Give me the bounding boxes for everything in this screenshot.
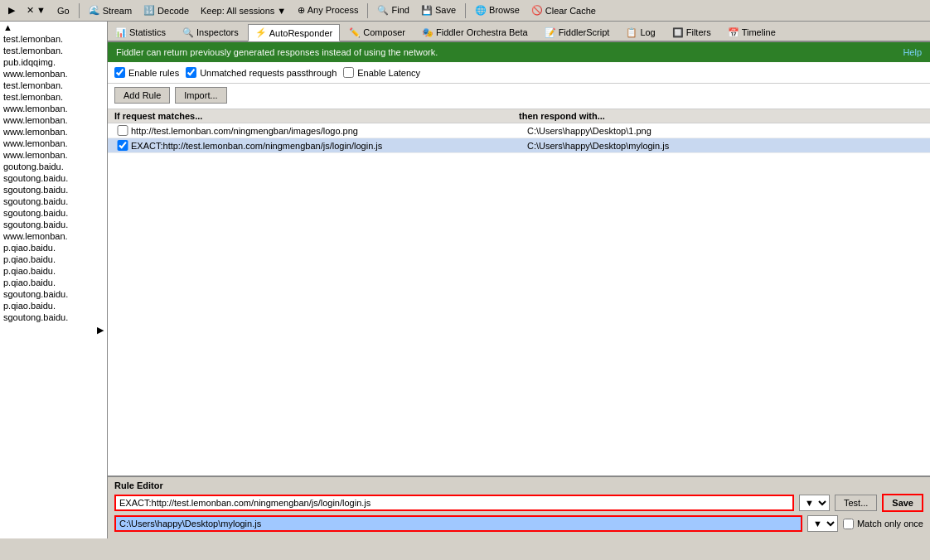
clear-cache-button[interactable]: 🚫 Clear Cache (526, 2, 601, 18)
scroll-up-icon[interactable]: ▲ (0, 22, 16, 33)
composer-icon: ✏️ (349, 27, 361, 38)
list-item[interactable]: sgoutong.baidu. (0, 219, 107, 230)
browse-button[interactable]: 🌐 Browse (470, 2, 525, 18)
list-item[interactable]: sgoutong.baidu. (0, 288, 107, 300)
list-item[interactable]: www.lemonban. (0, 103, 107, 114)
mark-button[interactable]: ✕ ▼ (22, 2, 51, 18)
rule-response-input[interactable] (114, 515, 802, 532)
tab-composer-label: Composer (363, 27, 405, 37)
list-item[interactable]: goutong.baidu. (0, 161, 107, 172)
enable-rules-checkbox[interactable] (114, 67, 125, 78)
log-icon: 📋 (626, 27, 637, 38)
rule-url-input[interactable] (114, 495, 794, 511)
clear-cache-icon: 🚫 (531, 5, 543, 16)
list-item[interactable]: www.lemonban. (0, 68, 107, 80)
table-row[interactable]: http://test.lemonban.com/ningmengban/ima… (108, 123, 930, 138)
rule-editor: Rule Editor ▼ Test... Save ▼ (108, 476, 930, 538)
enable-rules-label[interactable]: Enable rules (114, 67, 179, 78)
enable-rules-text: Enable rules (128, 68, 179, 78)
tab-bar: 📊 Statistics 🔍 Inspectors ⚡ AutoResponde… (108, 22, 930, 42)
unmatched-passthrough-text: Unmatched requests passthrough (200, 68, 337, 78)
fiddlerscript-icon: 📝 (545, 27, 556, 38)
list-item[interactable]: p.qiao.baidu. (0, 242, 107, 253)
info-bar: Fiddler can return previously generated … (108, 42, 930, 62)
timeline-icon: 📅 (728, 27, 739, 38)
list-item[interactable]: sgoutong.baidu. (0, 207, 107, 219)
rule-2-response: C:\Users\happy\Desktop\mylogin.js (527, 141, 923, 151)
table-row[interactable]: EXACT:http://test.lemonban.com/ningmengb… (108, 138, 930, 153)
inspectors-icon: 🔍 (182, 27, 194, 38)
list-item[interactable]: www.lemonban. (0, 126, 107, 138)
tab-inspectors-label: Inspectors (196, 27, 239, 37)
tab-filters[interactable]: 🔲 Filters (665, 23, 719, 41)
rules-header: If request matches... then respond with.… (108, 109, 930, 123)
rule-editor-response-row: ▼ Match only once (114, 515, 923, 532)
list-item[interactable]: www.lemonban. (0, 149, 107, 161)
keep-button[interactable]: Keep: All sessions ▼ (196, 3, 291, 18)
tab-statistics-label: Statistics (129, 27, 166, 37)
scroll-right-area: ▶ (0, 323, 107, 337)
list-item[interactable]: test.lemonban. (0, 45, 107, 56)
decode-button[interactable]: 🔢 Decode (138, 2, 194, 18)
list-item[interactable]: test.lemonban. (0, 33, 107, 45)
tab-timeline[interactable]: 📅 Timeline (720, 23, 783, 41)
left-panel-scroll-controls: ▲ (0, 22, 107, 33)
match-only-once-checkbox[interactable] (843, 519, 854, 529)
unmatched-passthrough-label[interactable]: Unmatched requests passthrough (186, 67, 337, 78)
enable-latency-label[interactable]: Enable Latency (343, 67, 420, 78)
list-item[interactable]: p.qiao.baidu. (0, 265, 107, 277)
toolbar: ▶ ✕ ▼ Go 🌊 Stream 🔢 Decode Keep: All ses… (0, 0, 930, 22)
tab-fiddler-orchestra[interactable]: 🎭 Fiddler Orchestra Beta (414, 23, 535, 41)
scroll-right-icon[interactable]: ▶ (97, 325, 104, 336)
tab-fiddlerscript[interactable]: 📝 FiddlerScript (537, 23, 618, 41)
stream-button[interactable]: 🌊 Stream (84, 2, 137, 18)
enable-latency-checkbox[interactable] (343, 67, 354, 78)
list-item[interactable]: pub.idqqimg. (0, 56, 107, 68)
list-item[interactable]: www.lemonban. (0, 138, 107, 149)
rule-1-checkbox[interactable] (114, 125, 131, 136)
unmatched-passthrough-checkbox[interactable] (186, 67, 196, 78)
info-message: Fiddler can return previously generated … (116, 47, 438, 57)
go-button[interactable]: Go (52, 3, 75, 18)
help-link[interactable]: Help (903, 47, 922, 57)
match-only-once-text: Match only once (857, 519, 923, 529)
list-item[interactable]: test.lemonban. (0, 80, 107, 91)
separator-1 (79, 3, 80, 18)
match-only-once-label[interactable]: Match only once (843, 519, 923, 529)
tab-log-label: Log (640, 27, 655, 37)
add-rule-button[interactable]: Add Rule (114, 87, 170, 104)
any-process-button[interactable]: ⊕ Any Process (293, 2, 363, 18)
autoresponder-panel: Fiddler can return previously generated … (108, 42, 930, 538)
import-button[interactable]: Import... (175, 87, 226, 104)
list-item[interactable]: sgoutong.baidu. (0, 184, 107, 196)
save-rule-button[interactable]: Save (882, 494, 923, 512)
rules-table: If request matches... then respond with.… (108, 109, 930, 476)
rule-2-checkbox[interactable] (114, 140, 131, 151)
rule-url-dropdown[interactable]: ▼ (799, 495, 830, 511)
stream-icon: 🌊 (89, 5, 100, 16)
test-button[interactable]: Test... (835, 495, 877, 511)
list-item[interactable]: sgoutong.baidu. (0, 311, 107, 323)
list-item[interactable]: sgoutong.baidu. (0, 172, 107, 184)
list-item[interactable]: test.lemonban. (0, 91, 107, 103)
tab-autoresponder[interactable]: ⚡ AutoResponder (248, 24, 340, 41)
list-item[interactable]: p.qiao.baidu. (0, 300, 107, 311)
filters-icon: 🔲 (672, 27, 684, 38)
list-item[interactable]: p.qiao.baidu. (0, 277, 107, 288)
rule-editor-url-row: ▼ Test... Save (114, 494, 923, 512)
list-item[interactable]: www.lemonban. (0, 114, 107, 126)
tab-filters-label: Filters (686, 27, 711, 37)
list-item[interactable]: p.qiao.baidu. (0, 253, 107, 265)
play-button[interactable]: ▶ (3, 2, 20, 18)
controls-row: Enable rules Unmatched requests passthro… (108, 62, 930, 84)
tab-composer[interactable]: ✏️ Composer (341, 23, 413, 41)
tab-inspectors[interactable]: 🔍 Inspectors (175, 23, 246, 41)
find-button[interactable]: 🔍 Find (372, 2, 414, 18)
list-item[interactable]: www.lemonban. (0, 230, 107, 242)
tab-log[interactable]: 📋 Log (618, 23, 662, 41)
save-toolbar-button[interactable]: 💾 Save (416, 2, 461, 18)
rule-response-dropdown[interactable]: ▼ (807, 515, 838, 532)
list-item[interactable]: sgoutong.baidu. (0, 196, 107, 207)
tab-statistics[interactable]: 📊 Statistics (108, 23, 173, 41)
buttons-row: Add Rule Import... (108, 84, 930, 109)
